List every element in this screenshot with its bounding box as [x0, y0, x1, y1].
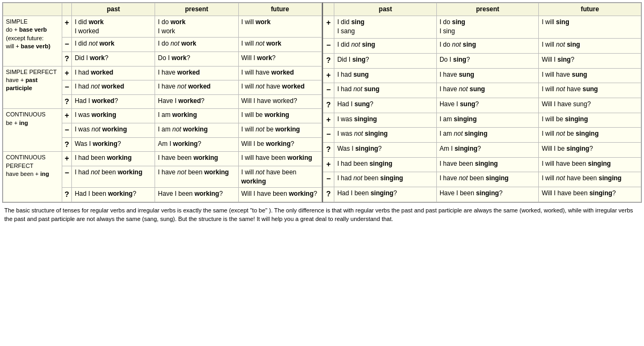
- symbol-cont-neg: −: [62, 123, 72, 137]
- s2-future-pos: I will sing: [539, 16, 641, 38]
- sp2-future-q: Will I have sung?: [539, 98, 641, 113]
- category-continuous: CONTINUOUSbe + ing: [3, 109, 62, 152]
- symbol-sp-q: ?: [62, 94, 72, 109]
- table-row: ? Had I sung? Have I sung? Will I have s…: [323, 98, 641, 113]
- table-row: + I was singing I am singing I will be s…: [323, 113, 641, 128]
- sp-present-q: Have I worked?: [155, 94, 238, 109]
- cont-past-q: Was I working?: [72, 137, 155, 152]
- cont-future-pos: I will be working: [238, 109, 321, 123]
- cp-future-q: Will I have been working?: [238, 188, 321, 202]
- work-header-present: present: [155, 3, 238, 16]
- symbol-cont-pos: +: [62, 109, 72, 123]
- cont-past-pos: I was working: [72, 109, 155, 123]
- work-header-future: future: [238, 3, 321, 16]
- cp-present-pos: I have been working: [155, 152, 238, 166]
- simple-future-neg: I will not work: [238, 38, 321, 52]
- s2-future-neg: I will not sing: [539, 39, 641, 54]
- symbol-s2-neg: −: [323, 39, 334, 54]
- sing-header-past: past: [334, 3, 437, 16]
- table-row: ? Was I singing? Am I singing? Will I be…: [323, 143, 641, 158]
- symbol-cp-neg: −: [62, 166, 72, 188]
- table-row: ? Did I sing? Do I sing? Will I sing?: [323, 53, 641, 68]
- symbol-sp-neg: −: [62, 80, 72, 95]
- c2-past-q: Was I singing?: [334, 143, 437, 158]
- table-row: + I did singI sang I do singI sing I wil…: [323, 16, 641, 38]
- sp-past-q: Had I worked?: [72, 94, 155, 109]
- cont-future-q: Will I be working?: [238, 137, 321, 152]
- sing-header-future: future: [539, 3, 641, 16]
- table-row: SIMPLEdo + base verb(except future:will …: [3, 16, 322, 38]
- cp-future-neg: I will not have been working: [238, 166, 321, 188]
- c2-present-q: Am I singing?: [436, 143, 539, 158]
- s2-past-pos: I did singI sang: [334, 16, 437, 38]
- symbol-sp2-pos: +: [323, 68, 334, 83]
- sp2-present-neg: I have not sung: [436, 83, 539, 98]
- sp2-past-neg: I had not sung: [334, 83, 437, 98]
- table-row: − I did not sing I do not sing I will no…: [323, 39, 641, 54]
- sp-future-pos: I will have worked: [238, 66, 321, 80]
- s2-present-pos: I do singI sing: [436, 16, 539, 38]
- symbol-cp2-q: ?: [323, 187, 334, 202]
- cp-past-neg: I had not been working: [72, 166, 155, 188]
- c2-future-q: Will I be singing?: [539, 143, 641, 158]
- cp2-present-pos: I have been singing: [436, 157, 539, 172]
- symbol-simple-q: ?: [62, 51, 72, 66]
- sp-past-pos: I had worked: [72, 66, 155, 80]
- sing-header-empty: [323, 3, 334, 16]
- simple-past-neg: I did not work: [72, 38, 155, 52]
- symbol-cp-pos: +: [62, 152, 72, 166]
- table-row: CONTINUOUS PERFECThave been + ing + I ha…: [3, 152, 322, 166]
- symbol-cp2-pos: +: [323, 157, 334, 172]
- s2-present-q: Do I sing?: [436, 53, 539, 68]
- sp-future-q: Will I have worked?: [238, 94, 321, 109]
- category-simple-perfect: SIMPLE PERFECThave + pastparticiple: [3, 66, 62, 109]
- sp2-past-pos: I had sung: [334, 68, 437, 83]
- table-row: ? Had I been singing? Have I been singin…: [323, 187, 641, 202]
- sp2-present-pos: I have sung: [436, 68, 539, 83]
- simple-past-q: Did I work?: [72, 51, 155, 66]
- table-row: − I was not singing I am not singing I w…: [323, 128, 641, 143]
- cp2-past-neg: I had not been singing: [334, 172, 437, 187]
- table-row: − I had not been singing I have not been…: [323, 172, 641, 187]
- cp2-future-neg: I will not have been singing: [539, 172, 641, 187]
- simple-future-q: Will I work?: [238, 51, 321, 66]
- category-cont-perfect: CONTINUOUS PERFECThave been + ing: [3, 152, 62, 202]
- s2-past-neg: I did not sing: [334, 39, 437, 54]
- simple-past-pos: I did workI worked: [72, 16, 155, 38]
- cont-present-pos: I am working: [155, 109, 238, 123]
- symbol-cp2-neg: −: [323, 172, 334, 187]
- c2-future-neg: I will not be singing: [539, 128, 641, 143]
- symbol-cp-q: ?: [62, 188, 72, 202]
- s2-present-neg: I do not sing: [436, 39, 539, 54]
- cont-present-q: Am I working?: [155, 137, 238, 152]
- cp-present-q: Have I been working?: [155, 188, 238, 202]
- sp2-present-q: Have I sung?: [436, 98, 539, 113]
- sing-table: past present future + I did singI sang I…: [322, 3, 641, 202]
- cp2-future-q: Will I have been singing?: [539, 187, 641, 202]
- cp-past-q: Had I been working?: [72, 188, 155, 202]
- table-row: SIMPLE PERFECThave + pastparticiple + I …: [3, 66, 322, 80]
- cp2-past-q: Had I been singing?: [334, 187, 437, 202]
- cont-future-neg: I will not be working: [238, 123, 321, 137]
- sp-present-neg: I have not worked: [155, 80, 238, 95]
- cp-present-neg: I have not been working: [155, 166, 238, 188]
- category-simple: SIMPLEdo + base verb(except future:will …: [3, 16, 62, 66]
- c2-past-pos: I was singing: [334, 113, 437, 128]
- table-row: + I had been singing I have been singing…: [323, 157, 641, 172]
- footer-text: The basic structure of tenses for regula…: [2, 203, 642, 225]
- table-row: − I had not sung I have not sung I will …: [323, 83, 641, 98]
- c2-present-pos: I am singing: [436, 113, 539, 128]
- symbol-s2-q: ?: [323, 53, 334, 68]
- cp2-present-q: Have I been singing?: [436, 187, 539, 202]
- work-header-past: past: [72, 3, 155, 16]
- cp2-present-neg: I have not been singing: [436, 172, 539, 187]
- simple-future-pos: I will work: [238, 16, 321, 38]
- simple-present-q: Do I work?: [155, 51, 238, 66]
- symbol-s2-pos: +: [323, 16, 334, 38]
- sp-present-pos: I have worked: [155, 66, 238, 80]
- table-row: CONTINUOUSbe + ing + I was working I am …: [3, 109, 322, 123]
- sp2-past-q: Had I sung?: [334, 98, 437, 113]
- cont-past-neg: I was not working: [72, 123, 155, 137]
- c2-future-pos: I will be singing: [539, 113, 641, 128]
- symbol-c2-pos: +: [323, 113, 334, 128]
